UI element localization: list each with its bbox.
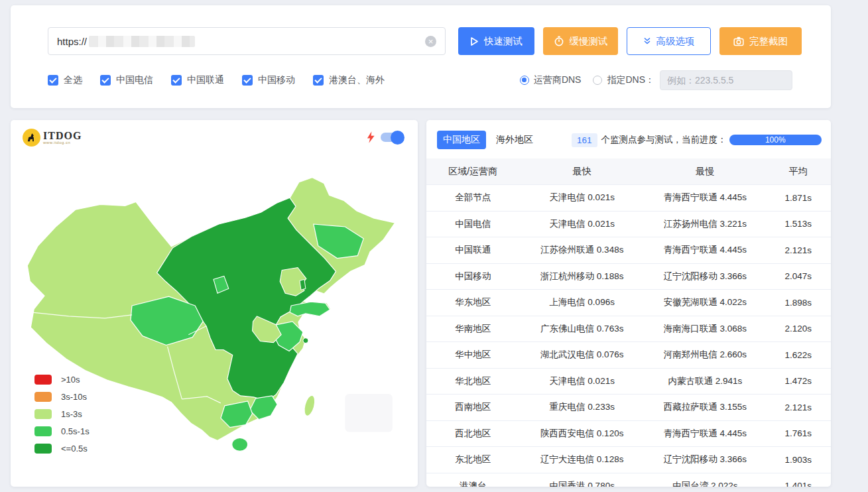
legend-label: 0.5s-1s	[61, 426, 90, 436]
table-row[interactable]: 东北地区 辽宁大连电信 0.128s 辽宁沈阳移动 3.366s 1.903s	[426, 447, 831, 473]
radio-label: 指定DNS：	[607, 74, 654, 86]
cell-fastest: 中国香港 0.780s	[519, 473, 645, 487]
double-chevron-down-icon	[643, 37, 651, 45]
stopwatch-icon	[554, 36, 564, 46]
province-tianjin	[300, 279, 306, 290]
itdog-logo: ITDOG www.itdog.cn	[23, 129, 82, 147]
slow-test-button[interactable]: 缓慢测试	[543, 27, 618, 55]
cell-region: 西南地区	[426, 395, 519, 421]
legend-swatch-green	[34, 426, 52, 436]
cell-slowest: 辽宁沈阳移动 3.366s	[645, 447, 766, 473]
table-row[interactable]: 全部节点 天津电信 0.021s 青海西宁联通 4.445s 1.871s	[426, 185, 831, 212]
province-shanghai	[303, 338, 308, 343]
checkbox-label: 中国联通	[187, 74, 224, 86]
cell-fastest: 上海电信 0.096s	[519, 290, 645, 316]
full-screenshot-button[interactable]: 完整截图	[719, 27, 802, 55]
checkbox-china-unicom[interactable]: 中国联通	[171, 74, 224, 86]
table-row[interactable]: 港澳台 中国香港 0.780s 中国台湾 2.022s 1.401s	[426, 473, 831, 487]
checkbox-checked-icon	[171, 75, 182, 86]
legend-item: 0.5s-1s	[34, 426, 90, 436]
checkbox-china-telecom[interactable]: 中国电信	[100, 74, 153, 86]
table-row[interactable]: 中国电信 天津电信 0.021s 江苏扬州电信 3.221s 1.513s	[426, 211, 831, 237]
cell-region: 华中地区	[426, 342, 519, 369]
cell-average: 2.047s	[766, 263, 831, 290]
url-input[interactable]: https:// ×	[48, 27, 446, 55]
action-buttons: 快速测试 缓慢测试 高级选项 完整截图	[458, 27, 802, 55]
advanced-options-button[interactable]: 高级选项	[627, 27, 711, 55]
map-speed-toggle-row	[367, 131, 403, 143]
fast-test-label: 快速测试	[484, 35, 523, 48]
table-row[interactable]: 西北地区 陕西西安电信 0.120s 青海西宁联通 4.445s 1.761s	[426, 420, 831, 447]
province-hainan	[232, 438, 248, 451]
cell-slowest: 青海西宁联通 4.445s	[645, 237, 766, 264]
clear-input-icon[interactable]: ×	[425, 36, 436, 47]
cell-average: 1.898s	[766, 290, 831, 316]
cell-slowest: 河南郑州电信 2.660s	[645, 342, 766, 369]
cell-average: 1.401s	[766, 473, 831, 487]
legend-label: >10s	[61, 375, 80, 385]
legend-item: >10s	[34, 375, 90, 385]
radio-selected-icon	[520, 76, 529, 85]
col-header-fastest: 最快	[519, 158, 645, 185]
custom-dns-input[interactable]	[660, 70, 792, 90]
cell-average: 2.120s	[766, 316, 831, 342]
table-row[interactable]: 华中地区 湖北武汉电信 0.076s 河南郑州电信 2.660s 1.622s	[426, 342, 831, 369]
checkbox-checked-icon	[313, 75, 324, 86]
fast-test-button[interactable]: 快速测试	[458, 27, 534, 55]
radio-custom-dns[interactable]: 指定DNS：	[593, 74, 654, 86]
dns-options: 运营商DNS 指定DNS：	[520, 70, 792, 90]
full-screenshot-label: 完整截图	[749, 35, 788, 48]
results-header: 中国地区 海外地区 161 个监测点参与测试，当前进度： 100%	[426, 120, 831, 158]
advanced-options-label: 高级选项	[656, 35, 695, 48]
cell-region: 中国电信	[426, 211, 519, 237]
legend-swatch-darkgreen	[34, 444, 52, 454]
progress-bar: 100%	[729, 135, 822, 145]
lightning-icon	[367, 131, 375, 143]
cell-fastest: 湖北武汉电信 0.076s	[519, 342, 645, 369]
map-card: ITDOG www.itdog.cn	[11, 120, 418, 487]
cell-fastest: 广东佛山电信 0.763s	[519, 316, 645, 342]
cell-slowest: 海南海口联通 3.068s	[645, 316, 766, 342]
table-row[interactable]: 华南地区 广东佛山电信 0.763s 海南海口联通 3.068s 2.120s	[426, 316, 831, 342]
legend-label: <=0.5s	[61, 444, 88, 454]
cell-average: 1.903s	[766, 447, 831, 473]
cell-average: 1.622s	[766, 342, 831, 369]
camera-icon	[733, 36, 744, 46]
masked-url-value	[89, 36, 195, 47]
col-header-average: 平均	[766, 158, 831, 185]
table-row[interactable]: 西南地区 重庆电信 0.233s 西藏拉萨联通 3.155s 2.121s	[426, 395, 831, 421]
map-animation-toggle[interactable]	[381, 133, 403, 142]
map-watermark	[345, 394, 392, 432]
checkbox-checked-icon	[48, 75, 58, 86]
url-scheme-text: https://	[57, 36, 87, 47]
itdog-speedtest-page: { "toolbar": { "url_input": {"value": "h…	[0, 0, 868, 492]
table-row[interactable]: 华东地区 上海电信 0.096s 安徽芜湖联通 4.022s 1.898s	[426, 290, 831, 316]
checkbox-label: 全选	[64, 74, 82, 86]
play-icon	[470, 36, 479, 46]
logo-title: ITDOG	[43, 131, 82, 141]
checkbox-label: 港澳台、海外	[329, 74, 385, 86]
checkbox-checked-icon	[100, 75, 111, 86]
cell-slowest: 青海西宁联通 4.445s	[645, 420, 766, 447]
cell-region: 中国联通	[426, 237, 519, 264]
cell-region: 华北地区	[426, 368, 519, 395]
checkbox-select-all[interactable]: 全选	[48, 74, 82, 86]
cell-region: 西北地区	[426, 420, 519, 447]
table-row[interactable]: 华北地区 天津电信 0.021s 内蒙古联通 2.941s 1.472s	[426, 368, 831, 395]
tab-overseas-region[interactable]: 海外地区	[496, 134, 533, 146]
cell-region: 全部节点	[426, 185, 519, 212]
tab-china-region[interactable]: 中国地区	[437, 131, 486, 149]
checkbox-hmt-overseas[interactable]: 港澳台、海外	[313, 74, 385, 86]
results-card: 中国地区 海外地区 161 个监测点参与测试，当前进度： 100% 区域/运营商…	[426, 120, 831, 487]
table-header-row: 区域/运营商 最快 最慢 平均	[426, 158, 831, 185]
checkbox-china-mobile[interactable]: 中国移动	[242, 74, 295, 86]
cell-fastest: 重庆电信 0.233s	[519, 395, 645, 421]
table-row[interactable]: 中国联通 江苏徐州联通 0.348s 青海西宁联通 4.445s 2.121s	[426, 237, 831, 264]
cell-average: 2.121s	[766, 237, 831, 264]
table-row[interactable]: 中国移动 浙江杭州移动 0.188s 辽宁沈阳移动 3.366s 2.047s	[426, 263, 831, 290]
checkbox-label: 中国电信	[116, 74, 153, 86]
radio-carrier-dns[interactable]: 运营商DNS	[520, 74, 582, 86]
toolbar-row-filters: 全选 中国电信 中国联通 中国移动 港澳台、海外 运营商DNS 指定DNS：	[48, 70, 792, 90]
col-header-slowest: 最慢	[645, 158, 766, 185]
results-table: 区域/运营商 最快 最慢 平均 全部节点 天津电信 0.021s 青海西宁联通 …	[426, 158, 831, 487]
